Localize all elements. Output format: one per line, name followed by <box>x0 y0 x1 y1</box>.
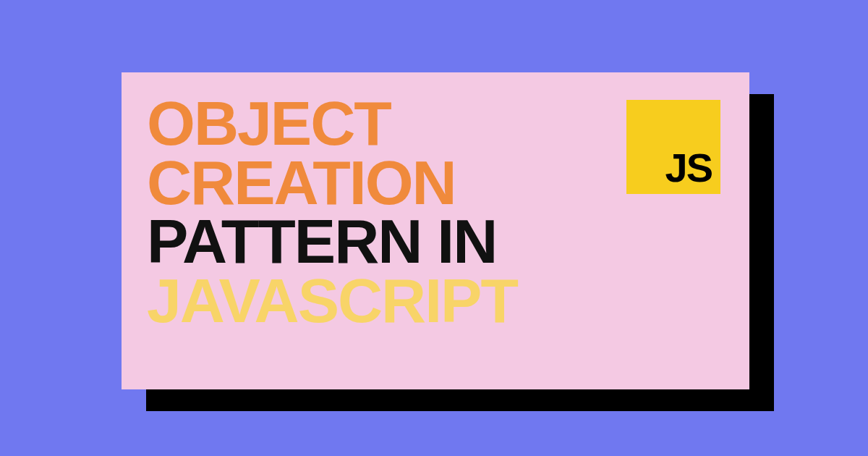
title-line-4: JAVASCRIPT <box>147 271 724 331</box>
title-card: OBJECT CREATION PATTERN IN JAVASCRIPT JS <box>122 72 749 389</box>
js-logo-text: JS <box>665 148 712 188</box>
title-line-3: PATTERN IN <box>147 212 724 271</box>
js-logo-badge: JS <box>626 100 720 194</box>
